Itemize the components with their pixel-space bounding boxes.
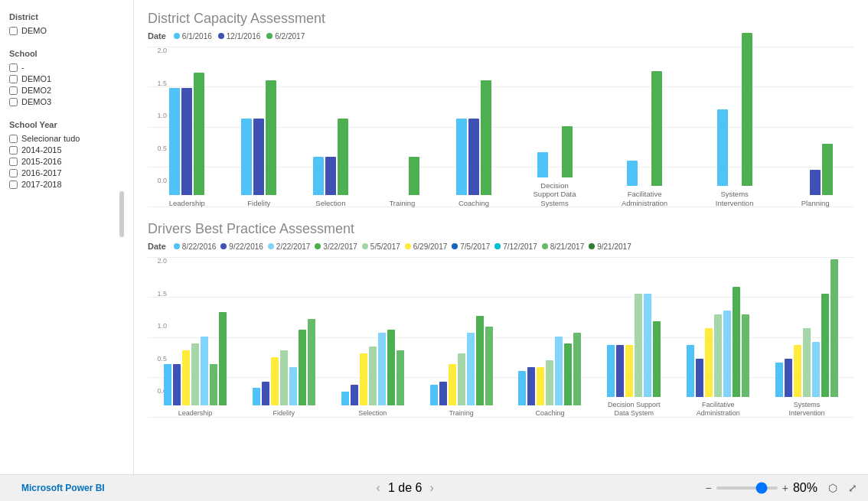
bar-group: Fidelity bbox=[241, 80, 276, 207]
bar bbox=[468, 119, 479, 195]
year-label: School Year bbox=[9, 120, 124, 129]
year-checkbox-3[interactable] bbox=[9, 169, 18, 177]
bars-group bbox=[430, 316, 493, 405]
school-checkbox-1[interactable] bbox=[9, 75, 18, 83]
bars-group bbox=[518, 333, 581, 405]
legend-label: 6/29/2017 bbox=[413, 242, 448, 251]
next-page-button[interactable]: › bbox=[429, 481, 433, 495]
district-demo[interactable]: DEMO bbox=[9, 26, 124, 35]
chart2-container: 2.0 1.5 1.0 0.5 0.0 bbox=[148, 257, 854, 418]
school-checkbox-2[interactable] bbox=[9, 86, 18, 95]
zoom-slider[interactable] bbox=[716, 486, 778, 490]
bar bbox=[723, 311, 731, 397]
bar bbox=[456, 119, 467, 195]
bars-group bbox=[537, 126, 573, 177]
bar bbox=[481, 80, 491, 195]
bar-group: Leadership bbox=[164, 312, 227, 418]
legend-item: 12/1/2016 bbox=[218, 32, 261, 41]
footer: Microsoft Power BI ‹ 1 de 6 › − + 80% ⬡ … bbox=[0, 474, 868, 501]
bar bbox=[635, 294, 642, 397]
zoom-area: − + 80% bbox=[706, 481, 817, 495]
chart2-body: LeadershipFidelitySelectionTrainingCoach… bbox=[148, 257, 854, 418]
bar bbox=[785, 359, 792, 397]
bar bbox=[625, 345, 633, 397]
bar bbox=[360, 353, 367, 405]
bar bbox=[485, 327, 493, 405]
chart2-section: Drivers Best Practice Assessment Date 8/… bbox=[148, 221, 854, 418]
school-label: School bbox=[9, 49, 124, 58]
school-item-1[interactable]: DEMO1 bbox=[9, 74, 124, 83]
legend-label: 8/22/2016 bbox=[182, 242, 217, 251]
bar-group: Planning bbox=[798, 144, 833, 207]
bars-group bbox=[341, 330, 404, 405]
legend-item: 9/22/2016 bbox=[220, 242, 263, 251]
school-checkbox-0[interactable] bbox=[9, 63, 18, 72]
share-button[interactable]: ⬡ bbox=[828, 482, 837, 494]
legend-label: 5/5/2017 bbox=[370, 242, 400, 251]
year-item-3[interactable]: 2016-2017 bbox=[9, 168, 124, 177]
legend-label: 6/1/2016 bbox=[182, 32, 212, 41]
legend-item: 8/22/2016 bbox=[174, 242, 217, 251]
bar-group: Decision Support Data System bbox=[607, 294, 661, 418]
bar-group: Selection bbox=[313, 119, 348, 207]
powerbi-link[interactable]: Microsoft Power BI bbox=[11, 483, 105, 493]
year-checkbox-2[interactable] bbox=[9, 158, 18, 166]
legend-dot bbox=[494, 243, 501, 249]
school-item-0[interactable]: - bbox=[9, 63, 124, 72]
page-info: 1 de 6 bbox=[388, 481, 422, 495]
school-item-2[interactable]: DEMO2 bbox=[9, 86, 124, 95]
prev-page-button[interactable]: ‹ bbox=[377, 481, 380, 495]
school-label-2: DEMO2 bbox=[21, 86, 51, 95]
school-checkbox-3[interactable] bbox=[9, 98, 18, 106]
school-item-3[interactable]: DEMO3 bbox=[9, 97, 124, 106]
year-checkbox-1[interactable] bbox=[9, 146, 18, 155]
bars-group bbox=[313, 119, 348, 195]
bar bbox=[653, 321, 661, 397]
year-item-4[interactable]: 2017-2018 bbox=[9, 180, 124, 189]
bar bbox=[555, 337, 563, 405]
legend-item: 8/21/2017 bbox=[542, 242, 585, 251]
bar bbox=[821, 294, 829, 397]
legend-dot bbox=[268, 243, 274, 249]
bar bbox=[794, 345, 801, 397]
year-item-0[interactable]: Selecionar tudo bbox=[9, 134, 124, 143]
bar bbox=[266, 80, 276, 195]
zoom-in-button[interactable]: + bbox=[782, 482, 788, 494]
year-checkbox-0[interactable] bbox=[9, 135, 18, 143]
bar bbox=[241, 119, 252, 195]
bar bbox=[351, 385, 358, 405]
bar-group: Decision Support Data Systems bbox=[528, 126, 582, 207]
legend-dot bbox=[218, 33, 224, 39]
fullscreen-button[interactable]: ⤢ bbox=[848, 482, 857, 494]
group-label: Training bbox=[449, 409, 473, 418]
group-label: Leadership bbox=[178, 409, 213, 418]
group-label: Leadership bbox=[169, 199, 205, 207]
bar bbox=[191, 343, 199, 405]
footer-right: − + 80% ⬡ ⤢ bbox=[706, 481, 857, 495]
bar bbox=[537, 367, 544, 405]
bar bbox=[775, 363, 783, 397]
bar bbox=[430, 385, 438, 405]
group-label: Coaching bbox=[535, 409, 564, 418]
bar bbox=[742, 33, 752, 186]
bar bbox=[262, 382, 269, 405]
district-demo-checkbox[interactable] bbox=[9, 27, 18, 35]
bar bbox=[341, 392, 349, 405]
district-demo-label: DEMO bbox=[21, 26, 47, 35]
year-item-2[interactable]: 2015-2016 bbox=[9, 157, 124, 166]
footer-center: ‹ 1 de 6 › bbox=[377, 481, 434, 495]
legend-label: 2/22/2017 bbox=[276, 242, 311, 251]
year-item-1[interactable]: 2014-2015 bbox=[9, 145, 124, 155]
year-checkbox-4[interactable] bbox=[9, 181, 18, 189]
district-section: District DEMO bbox=[9, 12, 124, 35]
year-section: School Year Selecionar tudo2014-20152015… bbox=[9, 120, 124, 237]
bar bbox=[210, 364, 217, 405]
legend-dot bbox=[174, 243, 180, 249]
chart1-date-label: Date bbox=[148, 31, 166, 41]
bar-group: Facilitative Administration bbox=[618, 71, 671, 207]
bar bbox=[830, 259, 838, 397]
bar bbox=[289, 367, 297, 405]
bar-group: Coaching bbox=[518, 333, 581, 418]
zoom-out-button[interactable]: − bbox=[706, 482, 712, 494]
legend-item: 2/22/2017 bbox=[268, 242, 311, 251]
